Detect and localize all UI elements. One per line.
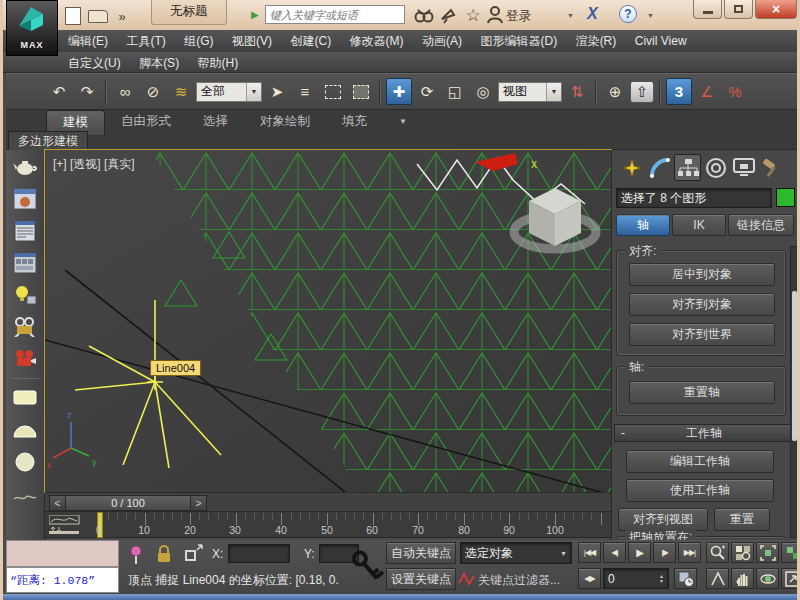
open-file-icon[interactable] — [88, 10, 108, 23]
menu-customize[interactable]: 自定义(U) — [61, 52, 128, 75]
select-object-icon[interactable]: ➤ — [264, 78, 290, 105]
layer-panel-icon[interactable] — [8, 248, 42, 278]
collapse-icon[interactable]: - — [621, 426, 625, 440]
play-button[interactable]: ▶ — [628, 542, 651, 563]
video-camera-icon[interactable] — [8, 344, 42, 374]
maxscript-listener-output[interactable]: “距离: 1.078” — [6, 567, 119, 593]
help-icon[interactable]: ? — [619, 5, 637, 23]
favorites-star-icon[interactable]: ☆ — [462, 5, 484, 25]
zoom-icon[interactable] — [706, 542, 729, 563]
login-dropdown-icon[interactable]: ▼ — [567, 12, 574, 19]
selection-set-combo[interactable]: 选定对象 ▼ — [460, 542, 572, 564]
align-to-world-button[interactable]: 对齐到世界 — [629, 323, 775, 346]
link-icon[interactable]: ∞ — [112, 78, 138, 105]
set-key-button[interactable]: 设置关键点 — [386, 568, 456, 590]
selection-lock-icon[interactable] — [156, 544, 172, 563]
menu-civil-view[interactable]: Civil View — [628, 31, 694, 51]
menu-edit[interactable]: 编辑(E) — [61, 30, 115, 53]
reset-pivot-button[interactable]: 重置轴 — [629, 381, 775, 404]
keyable-curve-icon[interactable] — [458, 571, 476, 587]
zoom-all-icon[interactable] — [731, 542, 754, 563]
menu-scripting[interactable]: 脚本(S) — [132, 52, 186, 75]
create-tab-icon[interactable] — [618, 154, 645, 181]
working-pivot-rollout-header[interactable]: - 工作轴 — [614, 424, 794, 442]
search-binoculars-icon[interactable] — [413, 6, 435, 24]
login-link[interactable]: 登录 — [506, 8, 531, 25]
menu-rendering[interactable]: 渲染(R) — [569, 30, 624, 53]
snap-toggle-3d-icon[interactable]: 3 — [666, 78, 692, 105]
previous-frame-button[interactable]: ◀| — [603, 542, 626, 563]
selection-filter-combo[interactable]: 全部 ▼ — [196, 82, 262, 102]
utilities-tab-icon[interactable] — [758, 154, 785, 181]
rect-light-icon[interactable] — [8, 383, 42, 413]
list-panel-icon[interactable] — [8, 216, 42, 246]
ribbon-tab-freeform[interactable]: 自由形式 — [105, 110, 187, 135]
time-slider[interactable]: < 0 / 100 > — [45, 492, 611, 512]
bind-spacewarp-icon[interactable]: ≋ — [168, 78, 194, 105]
zoom-extents-all-icon[interactable] — [781, 542, 800, 563]
object-name-field[interactable]: 选择了 8 个图形 — [616, 188, 772, 208]
track-bar-ruler[interactable] — [95, 513, 607, 537]
align-to-object-button[interactable]: 对齐到对象 — [629, 293, 775, 316]
combo-arrow-icon[interactable]: ▼ — [546, 83, 561, 101]
pivot-center-icon[interactable]: ⇅ — [564, 78, 590, 105]
rect-selection-region-icon[interactable] — [320, 78, 346, 105]
communication-center-icon[interactable] — [439, 6, 459, 24]
edit-working-pivot-button[interactable]: 编辑工作轴 — [626, 450, 774, 473]
time-config-icon[interactable] — [674, 568, 697, 589]
transform-typein-toggle-icon[interactable] — [184, 544, 204, 563]
display-tab-icon[interactable] — [730, 154, 757, 181]
coord-system-combo[interactable]: 视图 ▼ — [498, 82, 562, 102]
key-mode-toggle[interactable]: ◀▶ — [578, 568, 601, 589]
close-button[interactable]: × — [755, 0, 797, 19]
select-rotate-icon[interactable]: ⟳ — [414, 78, 440, 105]
keyboard-override-icon[interactable]: ⇧ — [630, 81, 654, 103]
menu-graph-editors[interactable]: 图形编辑器(D) — [474, 30, 565, 53]
search-input[interactable] — [265, 5, 405, 24]
use-working-pivot-button[interactable]: 使用工作轴 — [626, 479, 774, 502]
maximize-viewport-icon[interactable] — [781, 568, 800, 589]
key-filters-button[interactable]: 关键点过滤器... — [478, 572, 560, 589]
align-to-view-button[interactable]: 对齐到视图 — [618, 508, 708, 531]
modify-tab-icon[interactable] — [646, 154, 673, 181]
select-by-name-icon[interactable]: ≡ — [292, 78, 318, 105]
combo-arrow-icon[interactable]: ▼ — [560, 550, 567, 557]
x-coord-input[interactable] — [228, 544, 290, 563]
unlink-icon[interactable]: ⊘ — [140, 78, 166, 105]
center-to-object-button[interactable]: 居中到对象 — [629, 263, 775, 286]
new-file-icon[interactable] — [65, 7, 81, 25]
ribbon-tab-populate[interactable]: 填充 — [326, 110, 383, 135]
frame-spinner[interactable]: ▲▼ — [659, 574, 664, 584]
next-frame-arrow[interactable]: > — [190, 496, 206, 510]
menu-help[interactable]: 帮助(H) — [191, 52, 246, 75]
pan-hand-icon[interactable] — [731, 568, 754, 589]
link-info-button[interactable]: 链接信息 — [728, 214, 794, 236]
minimize-button[interactable] — [693, 0, 722, 19]
select-manipulate-icon[interactable]: ⊕ — [602, 78, 628, 105]
menu-views[interactable]: 视图(V) — [225, 30, 279, 53]
sphere-light-icon[interactable] — [8, 447, 42, 477]
ribbon-tab-selection[interactable]: 选择 — [187, 110, 244, 135]
help-dropdown-icon[interactable]: ▼ — [647, 12, 654, 19]
crossing-selection-icon[interactable] — [348, 78, 374, 105]
motion-tab-icon[interactable] — [702, 154, 729, 181]
exchange-x-icon[interactable]: X — [587, 5, 598, 23]
menu-animation[interactable]: 动画(A) — [415, 30, 469, 53]
undo-icon[interactable]: ↶ — [46, 78, 72, 105]
ribbon-tab-object-paint[interactable]: 对象绘制 — [244, 110, 326, 135]
select-place-icon[interactable]: ◎ — [470, 78, 496, 105]
menu-group[interactable]: 组(G) — [177, 30, 220, 53]
wave-icon[interactable] — [8, 483, 42, 513]
teapot-icon[interactable] — [8, 152, 42, 182]
perspective-viewport[interactable]: x z x y — [45, 150, 611, 492]
hierarchy-tab-icon[interactable] — [674, 154, 701, 181]
reset-button[interactable]: 重置 — [714, 508, 770, 531]
maxscript-listener-top[interactable] — [6, 540, 119, 567]
menu-create[interactable]: 创建(C) — [283, 30, 338, 53]
ribbon-minimize-icon[interactable]: ▼ — [383, 110, 423, 135]
current-frame-field[interactable]: 0 ▲▼ — [603, 568, 669, 589]
quick-access-flyout-icon[interactable]: » — [111, 6, 133, 26]
combo-arrow-icon[interactable]: ▼ — [246, 83, 261, 101]
app-logo[interactable]: MAX — [6, 0, 58, 56]
fov-icon[interactable] — [706, 568, 729, 589]
